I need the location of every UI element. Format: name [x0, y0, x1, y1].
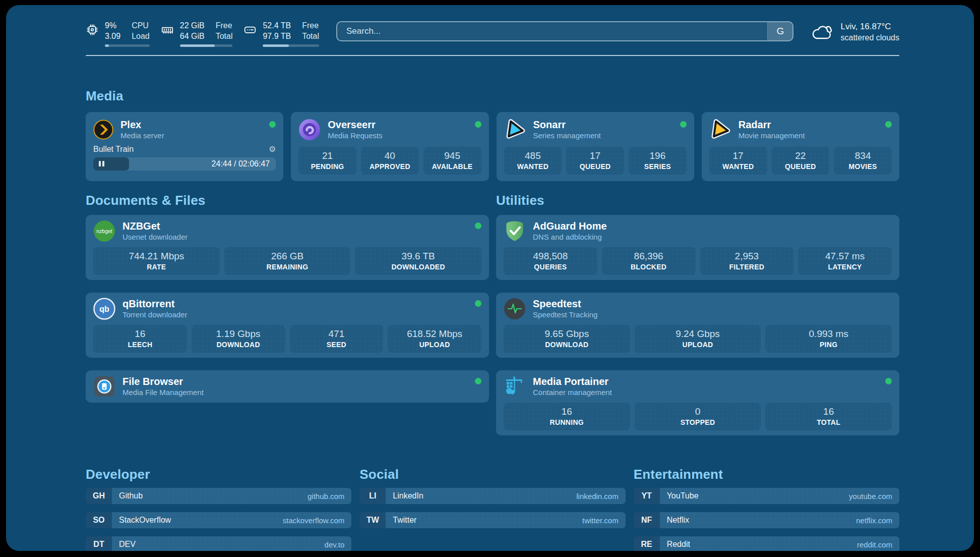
stat-tile: 40 APPROVED [361, 147, 419, 175]
app-title: Speedtest [533, 298, 597, 310]
app-card-adguard[interactable]: AdGuard Home DNS and adblocking 498,508 … [496, 215, 899, 280]
overseerr-icon [298, 119, 321, 141]
link-tag: TW [359, 512, 386, 528]
link-tag: RE [634, 536, 660, 551]
stat-tile: 47.57 ms LATENCY [798, 247, 892, 275]
app-card-filebrowser[interactable]: File Browser Media File Management [86, 370, 489, 403]
disk-icon [243, 23, 257, 36]
ram-free-value: 22 GiB [180, 20, 205, 31]
stat-tile: 266 GB REMAINING [224, 247, 351, 275]
now-playing-row: Bullet Train ⚙ [93, 145, 276, 154]
memory-stat: 22 GiB 64 GiB Free Total [161, 20, 233, 47]
stat-tile: 17 WANTED [709, 147, 767, 175]
adguard-icon [504, 220, 526, 242]
now-playing-title: Bullet Train [93, 145, 134, 154]
app-card-plex[interactable]: Plex Media server Bullet Train ⚙ 24:44 /… [86, 112, 283, 181]
link-reddit[interactable]: RE Redditreddit.com [634, 536, 899, 551]
app-subtitle: Media File Management [122, 388, 204, 398]
radarr-icon [709, 119, 731, 141]
link-tag: YT [634, 488, 660, 504]
link-github[interactable]: GH Githubgithub.com [86, 488, 351, 504]
section-title-utilities: Utilities [496, 193, 899, 208]
system-stats: 9% 3.09 CPU Load [86, 20, 319, 47]
link-youtube[interactable]: YT YouTubeyoutube.com [634, 488, 899, 504]
section-title-developer: Developer [86, 467, 351, 482]
disk-free-value: 52.4 TB [263, 20, 291, 31]
status-dot [475, 121, 481, 128]
search-engine-button[interactable]: G [767, 22, 792, 40]
link-dev[interactable]: DT DEVdev.to [86, 536, 351, 551]
link-tag: SO [86, 512, 112, 528]
links-social: Social LI LinkedInlinkedin.com TW Twitte… [359, 467, 625, 551]
app-card-nzbget[interactable]: nzbget NZBGet Usenet downloader 744.21 M… [86, 215, 489, 280]
section-title-documents: Documents & Files [86, 193, 489, 208]
stat-tile: 16 LEECH [93, 325, 187, 353]
app-card-overseerr[interactable]: Overseerr Media Requests 21 PENDING 40 A… [291, 112, 488, 181]
app-title: qBittorrent [122, 298, 187, 310]
status-dot [269, 121, 276, 128]
stat-tile: 22 QUEUED [772, 147, 830, 175]
link-tag: NF [634, 512, 660, 528]
ram-total-label: Total [216, 31, 233, 41]
stat-tile: 2,953 FILTERED [700, 247, 794, 275]
playback-time: 24:44 / 02:06:47 [212, 159, 276, 169]
stat-tile: 21 PENDING [298, 147, 356, 175]
app-card-portainer[interactable]: Media Portainer Container management 16 … [496, 370, 899, 435]
cpu-usage-value: 9% [105, 20, 120, 31]
memory-icon [161, 23, 174, 36]
nzbget-icon: nzbget [93, 220, 115, 242]
app-subtitle: Torrent downloader [122, 310, 187, 320]
link-linkedin[interactable]: LI LinkedInlinkedin.com [359, 488, 625, 504]
link-twitter[interactable]: TW Twittertwitter.com [359, 512, 625, 528]
disk-total-label: Total [302, 31, 319, 41]
app-title: Media Portainer [533, 375, 612, 388]
ram-free-label: Free [216, 20, 233, 31]
stat-tile: 485 WANTED [504, 147, 562, 175]
stat-tile: 1.19 Gbps DOWNLOAD [192, 325, 285, 353]
stat-tile: 9.24 Gbps UPLOAD [635, 325, 761, 353]
app-card-speedtest[interactable]: Speedtest Speedtest Tracking 9.65 Gbps D… [496, 293, 899, 358]
app-card-qbittorrent[interactable]: qb qBittorrent Torrent downloader 16 LEE… [86, 293, 489, 358]
plex-icon [93, 120, 113, 140]
app-subtitle: Container management [533, 388, 612, 398]
qbittorrent-icon: qb [93, 298, 115, 320]
sonarr-icon [504, 119, 526, 141]
stat-tile: 9.65 Gbps DOWNLOAD [504, 325, 630, 353]
app-card-radarr[interactable]: Radarr Movie management 17 WANTED 22 QUE… [702, 112, 899, 181]
cpu-progress-bar [105, 44, 150, 47]
search-input[interactable] [337, 22, 767, 40]
weather-widget[interactable]: Lviv, 16.87°C scattered clouds [811, 21, 899, 43]
svg-text:qb: qb [99, 305, 109, 313]
disk-total-value: 97.9 TB [263, 31, 291, 41]
section-title-entertainment: Entertainment [634, 467, 899, 482]
app-subtitle: Movie management [739, 131, 805, 141]
stat-tile: 16 TOTAL [765, 403, 892, 430]
disk-stat: 52.4 TB 97.9 TB Free Total [243, 20, 319, 47]
stat-tile: 39.6 TB DOWNLOADED [355, 247, 481, 275]
app-title: Sonarr [533, 119, 601, 131]
playback-progress-bar[interactable]: 24:44 / 02:06:47 [93, 157, 276, 171]
link-tag: DT [86, 536, 112, 551]
gear-icon[interactable]: ⚙ [269, 145, 276, 153]
playback-progress-fill [93, 157, 129, 171]
link-netflix[interactable]: NF Netflixnetflix.com [634, 512, 899, 528]
app-subtitle: DNS and adblocking [533, 233, 607, 242]
stat-tile: 744.21 Mbps RATE [93, 247, 220, 275]
stat-tile: 86,396 BLOCKED [602, 247, 696, 275]
dashboard-panel: 9% 3.09 CPU Load [6, 5, 974, 551]
app-card-sonarr[interactable]: Sonarr Series management 485 WANTED 17 Q… [497, 112, 694, 181]
status-dot [475, 222, 481, 229]
weather-location-temp: Lviv, 16.87°C [840, 21, 899, 32]
filebrowser-icon [93, 375, 115, 398]
app-subtitle: Series management [533, 131, 601, 141]
status-dot [475, 378, 481, 384]
links-developer: Developer GH Githubgithub.com SO StackOv… [86, 467, 351, 551]
disk-progress-bar [263, 44, 319, 47]
pause-icon[interactable] [99, 161, 101, 166]
link-stackoverflow[interactable]: SO StackOverflowstackoverflow.com [86, 512, 351, 528]
weather-condition: scattered clouds [840, 32, 899, 43]
cpu-stat: 9% 3.09 CPU Load [86, 20, 150, 47]
stat-tile: 196 SERIES [629, 147, 687, 175]
cloud-icon [811, 23, 834, 41]
status-dot [885, 378, 892, 384]
